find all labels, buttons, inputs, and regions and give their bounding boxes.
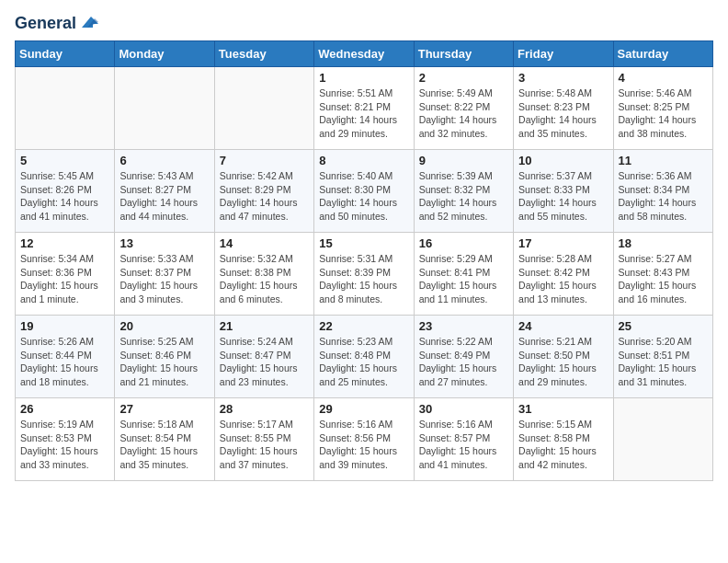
day-info: Sunrise: 5:16 AMSunset: 8:57 PMDaylight:… [419, 418, 508, 472]
day-info: Sunrise: 5:31 AMSunset: 8:39 PMDaylight:… [319, 252, 408, 306]
day-cell: 11Sunrise: 5:36 AMSunset: 8:34 PMDayligh… [613, 150, 712, 233]
col-header-wednesday: Wednesday [314, 41, 414, 67]
day-cell: 15Sunrise: 5:31 AMSunset: 8:39 PMDayligh… [314, 233, 414, 316]
day-number: 16 [419, 236, 508, 250]
day-number: 28 [220, 402, 309, 416]
day-number: 10 [518, 154, 608, 167]
day-cell: 30Sunrise: 5:16 AMSunset: 8:57 PMDayligh… [414, 398, 513, 481]
day-info: Sunrise: 5:43 AMSunset: 8:27 PMDaylight:… [119, 169, 209, 224]
day-number: 7 [220, 154, 309, 167]
day-cell: 20Sunrise: 5:25 AMSunset: 8:46 PMDayligh… [115, 316, 214, 398]
day-cell: 31Sunrise: 5:15 AMSunset: 8:58 PMDayligh… [514, 398, 613, 481]
day-number: 20 [119, 319, 209, 333]
day-cell: 14Sunrise: 5:32 AMSunset: 8:38 PMDayligh… [214, 233, 313, 316]
day-cell: 21Sunrise: 5:24 AMSunset: 8:47 PMDayligh… [214, 316, 313, 398]
day-cell: 29Sunrise: 5:16 AMSunset: 8:56 PMDayligh… [314, 398, 414, 481]
day-number: 12 [20, 236, 109, 250]
col-header-monday: Monday [115, 41, 214, 67]
col-header-sunday: Sunday [16, 41, 115, 67]
day-number: 21 [220, 319, 309, 333]
week-row-3: 12Sunrise: 5:34 AMSunset: 8:36 PMDayligh… [16, 233, 713, 316]
day-number: 4 [619, 71, 708, 85]
day-cell: 10Sunrise: 5:37 AMSunset: 8:33 PMDayligh… [514, 150, 613, 233]
day-cell [16, 67, 115, 150]
day-number: 15 [319, 236, 408, 250]
day-cell: 1Sunrise: 5:51 AMSunset: 8:21 PMDaylight… [314, 67, 414, 150]
day-info: Sunrise: 5:49 AMSunset: 8:22 PMDaylight:… [419, 86, 508, 141]
day-cell: 19Sunrise: 5:26 AMSunset: 8:44 PMDayligh… [16, 316, 115, 398]
day-info: Sunrise: 5:17 AMSunset: 8:55 PMDaylight:… [220, 418, 309, 472]
day-cell: 16Sunrise: 5:29 AMSunset: 8:41 PMDayligh… [414, 233, 513, 316]
day-number: 23 [419, 319, 508, 333]
day-cell: 2Sunrise: 5:49 AMSunset: 8:22 PMDaylight… [414, 67, 513, 150]
day-info: Sunrise: 5:45 AMSunset: 8:26 PMDaylight:… [20, 169, 109, 224]
page-header: General [15, 15, 713, 33]
col-header-friday: Friday [514, 41, 613, 67]
header-row: SundayMondayTuesdayWednesdayThursdayFrid… [16, 41, 713, 67]
day-info: Sunrise: 5:26 AMSunset: 8:44 PMDaylight:… [20, 335, 109, 389]
day-cell: 17Sunrise: 5:28 AMSunset: 8:42 PMDayligh… [514, 233, 613, 316]
day-number: 24 [518, 319, 608, 333]
day-cell: 12Sunrise: 5:34 AMSunset: 8:36 PMDayligh… [16, 233, 115, 316]
day-info: Sunrise: 5:42 AMSunset: 8:29 PMDaylight:… [220, 169, 309, 224]
day-cell: 23Sunrise: 5:22 AMSunset: 8:49 PMDayligh… [414, 316, 513, 398]
calendar-table: SundayMondayTuesdayWednesdayThursdayFrid… [15, 40, 713, 481]
day-number: 6 [119, 154, 209, 167]
week-row-4: 19Sunrise: 5:26 AMSunset: 8:44 PMDayligh… [16, 316, 713, 398]
day-info: Sunrise: 5:46 AMSunset: 8:25 PMDaylight:… [619, 86, 708, 141]
col-header-tuesday: Tuesday [214, 41, 313, 67]
day-number: 14 [220, 236, 309, 250]
day-info: Sunrise: 5:16 AMSunset: 8:56 PMDaylight:… [319, 418, 408, 472]
day-info: Sunrise: 5:29 AMSunset: 8:41 PMDaylight:… [419, 252, 508, 306]
day-info: Sunrise: 5:27 AMSunset: 8:43 PMDaylight:… [619, 252, 708, 306]
day-number: 9 [419, 154, 508, 167]
day-number: 1 [319, 71, 408, 85]
day-info: Sunrise: 5:39 AMSunset: 8:32 PMDaylight:… [419, 169, 508, 224]
week-row-2: 5Sunrise: 5:45 AMSunset: 8:26 PMDaylight… [16, 150, 713, 233]
day-number: 11 [619, 154, 708, 167]
logo-general: General [15, 15, 76, 33]
day-cell: 26Sunrise: 5:19 AMSunset: 8:53 PMDayligh… [16, 398, 115, 481]
day-number: 22 [319, 319, 408, 333]
col-header-saturday: Saturday [613, 41, 712, 67]
day-info: Sunrise: 5:34 AMSunset: 8:36 PMDaylight:… [20, 252, 109, 306]
day-number: 8 [319, 154, 408, 167]
day-number: 2 [419, 71, 508, 85]
day-cell: 22Sunrise: 5:23 AMSunset: 8:48 PMDayligh… [314, 316, 414, 398]
day-info: Sunrise: 5:21 AMSunset: 8:50 PMDaylight:… [518, 335, 608, 389]
logo: General [15, 15, 98, 33]
day-info: Sunrise: 5:25 AMSunset: 8:46 PMDaylight:… [119, 335, 209, 389]
day-info: Sunrise: 5:37 AMSunset: 8:33 PMDaylight:… [518, 169, 608, 224]
day-cell: 5Sunrise: 5:45 AMSunset: 8:26 PMDaylight… [16, 150, 115, 233]
day-info: Sunrise: 5:28 AMSunset: 8:42 PMDaylight:… [518, 252, 608, 306]
col-header-thursday: Thursday [414, 41, 513, 67]
day-number: 31 [518, 402, 608, 416]
logo-icon [78, 15, 98, 31]
day-cell [115, 67, 214, 150]
day-cell: 7Sunrise: 5:42 AMSunset: 8:29 PMDaylight… [214, 150, 313, 233]
day-cell: 9Sunrise: 5:39 AMSunset: 8:32 PMDaylight… [414, 150, 513, 233]
day-info: Sunrise: 5:32 AMSunset: 8:38 PMDaylight:… [220, 252, 309, 306]
day-cell: 25Sunrise: 5:20 AMSunset: 8:51 PMDayligh… [613, 316, 712, 398]
day-cell: 4Sunrise: 5:46 AMSunset: 8:25 PMDaylight… [613, 67, 712, 150]
day-cell: 24Sunrise: 5:21 AMSunset: 8:50 PMDayligh… [514, 316, 613, 398]
day-info: Sunrise: 5:36 AMSunset: 8:34 PMDaylight:… [619, 169, 708, 224]
day-info: Sunrise: 5:19 AMSunset: 8:53 PMDaylight:… [20, 418, 109, 472]
week-row-5: 26Sunrise: 5:19 AMSunset: 8:53 PMDayligh… [16, 398, 713, 481]
day-cell: 13Sunrise: 5:33 AMSunset: 8:37 PMDayligh… [115, 233, 214, 316]
day-info: Sunrise: 5:23 AMSunset: 8:48 PMDaylight:… [319, 335, 408, 389]
day-info: Sunrise: 5:33 AMSunset: 8:37 PMDaylight:… [119, 252, 209, 306]
day-number: 29 [319, 402, 408, 416]
day-info: Sunrise: 5:48 AMSunset: 8:23 PMDaylight:… [518, 86, 608, 141]
day-info: Sunrise: 5:20 AMSunset: 8:51 PMDaylight:… [619, 335, 708, 389]
day-cell [214, 67, 313, 150]
day-cell: 3Sunrise: 5:48 AMSunset: 8:23 PMDaylight… [514, 67, 613, 150]
day-info: Sunrise: 5:22 AMSunset: 8:49 PMDaylight:… [419, 335, 508, 389]
day-cell: 18Sunrise: 5:27 AMSunset: 8:43 PMDayligh… [613, 233, 712, 316]
day-cell: 6Sunrise: 5:43 AMSunset: 8:27 PMDaylight… [115, 150, 214, 233]
day-info: Sunrise: 5:15 AMSunset: 8:58 PMDaylight:… [518, 418, 608, 472]
day-info: Sunrise: 5:18 AMSunset: 8:54 PMDaylight:… [119, 418, 209, 472]
week-row-1: 1Sunrise: 5:51 AMSunset: 8:21 PMDaylight… [16, 67, 713, 150]
day-number: 13 [119, 236, 209, 250]
day-number: 18 [619, 236, 708, 250]
